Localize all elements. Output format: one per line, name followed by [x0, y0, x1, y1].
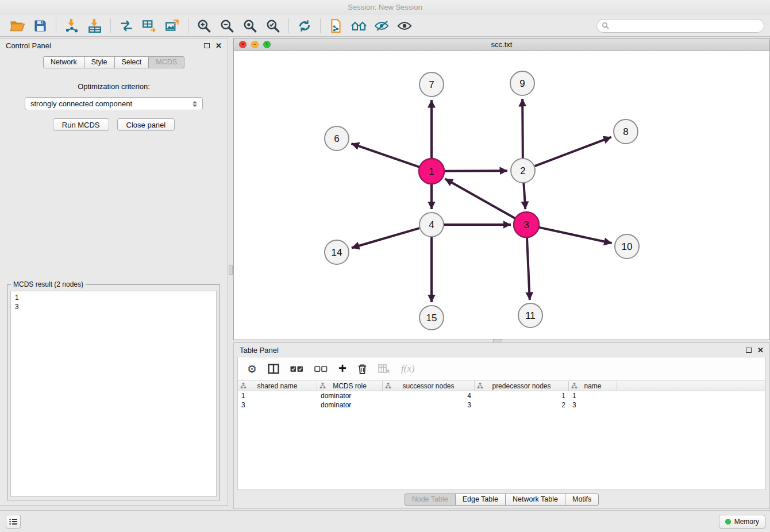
eye-pencil-icon: [374, 19, 390, 33]
mcds-result-list[interactable]: 13: [10, 291, 217, 497]
graph-node-9[interactable]: 9: [510, 71, 534, 95]
home-pair-button[interactable]: [348, 16, 371, 36]
graph-node-11[interactable]: 11: [518, 303, 542, 327]
memory-status-icon: [725, 519, 731, 525]
status-bar: Memory: [0, 510, 770, 532]
column-type-icon: [477, 383, 483, 391]
network-and-table-button[interactable]: [138, 16, 161, 36]
close-panel-icon[interactable]: ✕: [215, 42, 222, 49]
graph-node-1[interactable]: 1: [419, 159, 444, 184]
graph-edge-2-9[interactable]: [522, 99, 523, 158]
mcds-result-line: 1: [15, 293, 212, 302]
import-network-button[interactable]: [60, 16, 83, 36]
optimization-criterion-dropdown[interactable]: strongly connected component: [25, 97, 203, 110]
column-layout-button[interactable]: [268, 364, 279, 374]
search-field[interactable]: [596, 19, 764, 33]
graph-node-7[interactable]: 7: [419, 72, 444, 97]
graph-node-10[interactable]: 10: [615, 234, 639, 259]
table-row[interactable]: 1dominator411: [238, 391, 765, 400]
graph-edge-1-6[interactable]: [352, 144, 420, 167]
graph-edge-4-14[interactable]: [352, 228, 419, 248]
search-icon: [602, 22, 609, 29]
node-label: 10: [622, 241, 633, 252]
graph-edge-2-8[interactable]: [535, 137, 611, 167]
close-window-icon[interactable]: ×: [239, 41, 247, 48]
tab-mcds[interactable]: MCDS: [148, 56, 184, 68]
deselect-all-button[interactable]: [314, 365, 328, 373]
zoom-out-button[interactable]: [215, 16, 238, 36]
eye-icon: [397, 19, 413, 33]
open-session-button[interactable]: [6, 16, 29, 36]
mcds-result-title: MCDS result (2 nodes): [11, 280, 86, 288]
control-panel-header: Control Panel ✕: [0, 38, 228, 52]
table-tab-edge-table[interactable]: Edge Table: [455, 494, 506, 506]
zoom-in-button[interactable]: [192, 16, 215, 36]
graph-node-14[interactable]: 14: [325, 240, 349, 264]
delete-table-button[interactable]: [378, 364, 390, 373]
network-from-file-button[interactable]: [115, 16, 138, 36]
zoom-fit-button[interactable]: [238, 16, 261, 36]
graph-edge-2-3[interactable]: [523, 183, 525, 209]
vertical-splitter-handle[interactable]: [229, 265, 233, 275]
column-header-predecessor-nodes[interactable]: predecessor nodes: [475, 381, 569, 391]
table-cell: 3: [383, 401, 475, 409]
show-graphics-details-button[interactable]: [371, 16, 394, 36]
hide-graphics-details-button[interactable]: [394, 16, 417, 36]
export-image-button[interactable]: [161, 16, 184, 36]
float-table-panel-icon[interactable]: [746, 348, 752, 353]
close-table-panel-icon[interactable]: ✕: [757, 346, 764, 354]
close-panel-button[interactable]: Close panel: [117, 118, 175, 131]
add-row-button[interactable]: +: [338, 363, 346, 375]
delete-row-button[interactable]: [357, 363, 367, 375]
table-cell: 3: [238, 401, 317, 409]
function-builder-button[interactable]: f(x): [401, 363, 415, 375]
table-tab-motifs[interactable]: Motifs: [565, 494, 599, 506]
node-label: 2: [520, 165, 525, 176]
search-input[interactable]: [612, 22, 759, 30]
table-tab-network-table[interactable]: Network Table: [505, 494, 565, 506]
graph-node-6[interactable]: 6: [325, 126, 349, 151]
graph-node-2[interactable]: 2: [511, 159, 535, 183]
graph-node-8[interactable]: 8: [614, 119, 638, 144]
toolbar-separator: [56, 18, 56, 33]
graph-node-3[interactable]: 3: [514, 212, 539, 237]
import-table-button[interactable]: [83, 16, 106, 36]
refresh-button[interactable]: [293, 16, 316, 36]
select-all-button[interactable]: [290, 365, 303, 373]
network-window-titlebar[interactable]: × − + scc.txt: [234, 38, 769, 51]
save-session-button[interactable]: [29, 16, 52, 36]
toolbar-separator: [288, 18, 289, 33]
table-row[interactable]: 3dominator323: [238, 400, 765, 410]
column-header-shared-name[interactable]: shared name: [238, 381, 317, 391]
graph-node-4[interactable]: 4: [419, 213, 444, 237]
network-canvas[interactable]: 7968124314101511: [234, 51, 769, 340]
table-header-row: shared nameMCDS rolesuccessor nodesprede…: [238, 380, 765, 391]
minimize-window-icon[interactable]: −: [251, 41, 259, 48]
zoom-selected-button[interactable]: [261, 16, 284, 36]
graph-edge-1-2[interactable]: [444, 171, 507, 171]
table-tab-node-table[interactable]: Node Table: [405, 494, 456, 506]
column-header-name[interactable]: name: [569, 381, 617, 391]
tab-select[interactable]: Select: [114, 56, 149, 68]
column-type-icon: [240, 383, 247, 391]
table-settings-button[interactable]: ⚙: [247, 364, 257, 375]
column-header-successor-nodes[interactable]: successor nodes: [383, 381, 475, 391]
node-label: 9: [519, 78, 525, 89]
task-history-button[interactable]: [6, 515, 21, 529]
graph-edge-3-1[interactable]: [445, 179, 515, 218]
graph-edge-3-11[interactable]: [527, 237, 530, 300]
node-label: 3: [523, 219, 529, 230]
graph-node-15[interactable]: 15: [419, 306, 444, 330]
graph-edge-3-10[interactable]: [538, 228, 611, 244]
table-area: ⚙ + f(x) shared nameMCDS rolesuccessor n…: [237, 357, 766, 490]
memory-button[interactable]: Memory: [719, 515, 765, 529]
zoom-selected-icon: [265, 18, 280, 33]
tab-style[interactable]: Style: [84, 56, 115, 68]
zoom-window-icon[interactable]: +: [263, 41, 271, 48]
column-header-MCDS-role[interactable]: MCDS role: [317, 381, 383, 391]
homes-icon: [351, 19, 368, 33]
float-panel-icon[interactable]: [204, 43, 210, 48]
run-mcds-button[interactable]: Run MCDS: [53, 118, 109, 131]
tab-network[interactable]: Network: [43, 56, 84, 68]
open-recent-session-button[interactable]: [325, 16, 348, 36]
